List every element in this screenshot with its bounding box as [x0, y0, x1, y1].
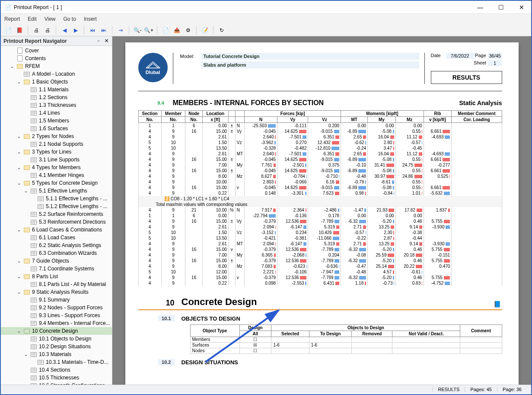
minimize-button[interactable]: — [474, 3, 486, 12]
tree-toggle-icon[interactable]: ⌄ [23, 188, 29, 194]
next-page-icon[interactable]: ▶ [71, 26, 80, 35]
tree-toggle-icon[interactable]: ⌄ [16, 79, 22, 85]
tree-item[interactable]: A Model - Location [1, 70, 112, 78]
tree-item[interactable]: Contents [1, 55, 112, 62]
tree-item[interactable]: ⌄RFEM [1, 62, 112, 70]
tree-item[interactable]: ⌄10.3 Materials [1, 350, 112, 358]
tree-item[interactable]: ⌄8 Parts List [1, 273, 112, 280]
tree-item[interactable]: 10.1 Objects to Design [1, 335, 112, 343]
model-label: Model: [180, 54, 201, 59]
tree-item[interactable]: ⌄9 Static Analysis Results [1, 288, 112, 296]
tree-item[interactable]: 10.5 Thicknesses [1, 374, 112, 382]
tree-item[interactable]: 5.3 Reinforcement Directions [1, 218, 112, 226]
tree-toggle-icon[interactable]: ⌄ [16, 289, 22, 295]
table-row: 491615.00±Vy-0.379 12.536 -7.789 -6.32 -… [138, 218, 502, 224]
tree-item[interactable]: 6.3 Combination Wizards [1, 249, 112, 257]
tree-item[interactable]: ⌄2 Types for Nodes [1, 132, 112, 140]
tree-item[interactable]: 1.5 Members [1, 117, 112, 125]
tree-item[interactable]: 1.2 Sections [1, 93, 112, 101]
menu-edit[interactable]: Edit [28, 16, 37, 22]
tree-toggle-icon[interactable]: ⌄ [16, 227, 22, 233]
tree-item[interactable]: 8.1 Parts List - All by Material [1, 280, 112, 288]
tree-toggle-icon[interactable]: ⌄ [16, 180, 22, 186]
tree-item[interactable]: 10.2 Design Situations [1, 343, 112, 350]
report-viewport[interactable]: Dlubal Model: Tutorial Concrete Design S… [112, 36, 531, 385]
maximize-button[interactable]: ☐ [495, 3, 507, 12]
tree-toggle-icon[interactable]: ⌄ [16, 149, 22, 155]
new-report-icon[interactable]: 📄 [3, 26, 13, 35]
tree-item[interactable]: 9.1 Summary [1, 296, 112, 304]
tree-label: 7.1 Coordinate Systems [39, 266, 94, 272]
tree-item[interactable]: 5.2 Surface Reinforcements [1, 210, 112, 218]
navigator-tree[interactable]: CoverContents⌄RFEMA Model - Location⌄1 B… [1, 46, 112, 385]
first-page-icon[interactable]: ⏮ [88, 26, 97, 35]
tree-item[interactable]: 9.2 Nodes - Support Forces [1, 304, 112, 312]
menu-view[interactable]: View [45, 16, 56, 22]
sheet-label: Sheet [474, 60, 488, 66]
tree-item[interactable]: ⌄6 Load Cases & Combinations [1, 226, 112, 234]
tree-toggle-icon[interactable]: ⌄ [16, 258, 22, 264]
settings-icon[interactable]: ⚙ [183, 26, 193, 35]
zoom-in-icon[interactable]: 🔍+ [144, 26, 153, 35]
print-icon[interactable]: 🖨 [32, 26, 41, 35]
tree-item[interactable]: 2.1 Nodal Supports [1, 140, 112, 148]
tree-item[interactable]: 6.2 Static Analysis Settings [1, 241, 112, 249]
tree-toggle-icon[interactable]: ⌄ [16, 164, 22, 170]
last-page-icon[interactable]: ⏭ [99, 26, 108, 35]
tree-toggle-icon[interactable]: ⌄ [10, 63, 15, 69]
tree-label: 1.1 Materials [39, 87, 69, 93]
tree-item[interactable]: 10.3.1 Materials - Time-D... [1, 358, 112, 366]
prev-page-icon[interactable]: ◀ [60, 26, 69, 35]
oth-otd: Objects to Design [271, 324, 460, 331]
tree-item[interactable]: ⌄7 Guide Objects [1, 257, 112, 265]
tree-toggle-icon[interactable]: ⌄ [23, 382, 29, 385]
goto-page-icon[interactable]: ⇥ [116, 26, 125, 35]
tree-label: 8.1 Parts List - All by Material [39, 281, 106, 287]
tree-label: 5.1.1 Effective Lengths - ... [46, 196, 108, 202]
tree-item[interactable]: 7.1 Coordinate Systems [1, 265, 112, 273]
menu-insert[interactable]: Insert [84, 16, 97, 22]
tree-item[interactable]: ⌄1 Basic Objects [1, 78, 112, 86]
tree-item[interactable]: 6.1 Load Cases [1, 234, 112, 241]
tree-label: 3 Types for Lines [32, 149, 71, 155]
tree-item[interactable]: 1.6 Surfaces [1, 125, 112, 132]
tree-toggle-icon[interactable]: ⌄ [16, 273, 22, 279]
status-bar: RESULTS Pages: 45 Page: 36 [1, 385, 531, 393]
tree-label: 5.3 Reinforcement Directions [39, 219, 106, 225]
delete-report-icon[interactable]: 📕 [15, 26, 24, 35]
page-setup-icon[interactable]: 📄 [161, 26, 170, 35]
tree-item[interactable]: 1.4 Lines [1, 109, 112, 117]
tree-toggle-icon[interactable]: ⌄ [16, 133, 22, 139]
tree-item[interactable]: ⌄4 Types for Members [1, 164, 112, 171]
tree-label: 9.2 Nodes - Support Forces [39, 305, 102, 311]
tree-item[interactable]: 9.4 Members - Internal Force... [1, 319, 112, 327]
tree-toggle-icon[interactable]: ⌄ [23, 351, 29, 357]
tree-item[interactable]: 5.1.2 Effective Lengths - ... [1, 202, 112, 210]
tree-item[interactable]: 3.1 Line Supports [1, 156, 112, 164]
tree-item[interactable]: ⌄10 Concrete Design [1, 327, 112, 335]
tree-item[interactable]: 9.3 Lines - Support Forces [1, 312, 112, 319]
close-panel-icon[interactable]: ✕ [103, 38, 109, 44]
tree-item[interactable]: ⌄5 Types for Concrete Design [1, 179, 112, 187]
tree-item[interactable]: 1.3 Thicknesses [1, 101, 112, 109]
edit-icon[interactable]: 📝 [200, 26, 210, 35]
menu-goto[interactable]: Go to [64, 16, 76, 22]
close-button[interactable]: ✕ [516, 3, 528, 12]
dock-icon[interactable]: ▫ [96, 38, 102, 44]
print-all-icon[interactable]: 🖨 [43, 26, 52, 35]
oth-type: Object Type [190, 324, 239, 337]
tree-item[interactable]: 4.1 Member Hinges [1, 171, 112, 179]
zoom-out-icon[interactable]: 🔍- [133, 26, 142, 35]
tree-item[interactable]: ⌄5.1 Effective Lengths [1, 187, 112, 195]
tree-item[interactable]: Cover [1, 47, 112, 55]
th-MT: MT [341, 117, 368, 123]
tree-toggle-icon[interactable]: ⌄ [16, 328, 22, 334]
menu-report[interactable]: Report [4, 16, 20, 22]
tree-item[interactable]: 1.1 Materials [1, 86, 112, 93]
tree-item[interactable]: ⌄10.6 Strength Configurations [1, 382, 112, 385]
tree-item[interactable]: 10.4 Sections [1, 366, 112, 374]
refresh-icon[interactable]: ↻ [217, 26, 226, 35]
tree-item[interactable]: ⌄3 Types for Lines [1, 148, 112, 156]
tree-item[interactable]: 5.1.1 Effective Lengths - ... [1, 195, 112, 202]
export-icon[interactable]: 📤 [172, 26, 182, 35]
